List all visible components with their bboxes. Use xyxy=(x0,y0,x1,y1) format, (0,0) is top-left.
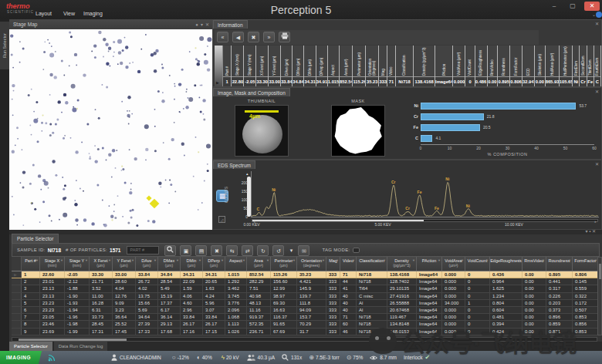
filter-icon[interactable]: ▼ xyxy=(518,258,521,262)
particle-row[interactable]: 223.01-2.1221.7128.6026.7228.5422.0920.6… xyxy=(12,278,597,285)
close-icon[interactable]: ✕ xyxy=(595,89,599,95)
filter-icon[interactable]: ▼ xyxy=(485,258,489,262)
column-header[interactable]: Area(µm²)▼ xyxy=(247,257,271,271)
spectrum-hscrollbar[interactable]: ◂ ▸ xyxy=(252,219,598,223)
close-icon[interactable]: ✕ xyxy=(592,229,596,234)
search-button[interactable] xyxy=(164,245,176,256)
particle-row[interactable]: 423.13-1.9011.0012.7613.7515.194.064.243… xyxy=(12,293,597,300)
column-header[interactable]: Y Feret(µm)▼ xyxy=(113,257,136,271)
tab-data-run-change-log[interactable]: Data Run Change log xyxy=(54,342,108,351)
column-header[interactable]: Perimeter(µm)▼ xyxy=(271,257,297,271)
vscroll-thumb[interactable] xyxy=(599,264,601,279)
refresh-button[interactable]: ↻ xyxy=(257,245,269,256)
cancel-button[interactable]: ✖ xyxy=(248,32,259,42)
tag-back-button[interactable]: ⇄ xyxy=(242,245,253,256)
stage-map-canvas[interactable] xyxy=(9,29,212,230)
nav-prev-button[interactable]: ◀ xyxy=(232,32,244,42)
close-button[interactable]: ✕ xyxy=(584,2,600,11)
spectrum-hscroll-thumb[interactable] xyxy=(252,220,424,222)
nav-first-button[interactable]: « xyxy=(217,32,228,42)
report-button[interactable]: ▤ xyxy=(195,245,207,256)
filter-icon[interactable]: ▼ xyxy=(176,258,179,262)
undo-button[interactable]: ↺ xyxy=(272,245,284,256)
filter-icon[interactable]: ▼ xyxy=(108,258,111,262)
filter-icon[interactable]: ▼ xyxy=(336,258,339,262)
stage-map-header[interactable]: Stage Map ●▾✕ xyxy=(9,19,212,29)
column-header[interactable]: Stage Y(mm)▼ xyxy=(65,257,90,271)
close-icon[interactable]: ✕ xyxy=(595,22,599,27)
close-icon[interactable]: ✕ xyxy=(205,22,209,27)
column-header[interactable]: DMin(µm)▼ xyxy=(181,257,203,271)
information-tab[interactable]: Information xyxy=(213,20,248,29)
run-selector-tab[interactable]: Run Selector xyxy=(0,22,9,69)
column-header[interactable]: FormFactor▼ xyxy=(573,257,597,271)
selected-particle-marker[interactable] xyxy=(146,195,151,201)
hscroll-thumb[interactable] xyxy=(19,339,127,341)
minimize-button[interactable]: – xyxy=(546,2,562,11)
maximize-button[interactable]: ▢ xyxy=(565,2,580,11)
scroll-right-icon[interactable]: ▸ xyxy=(594,219,597,224)
column-header[interactable]: EdgeRoughness▼ xyxy=(490,257,523,271)
filter-icon[interactable]: ▼ xyxy=(438,258,441,262)
filter-icon[interactable]: ▼ xyxy=(198,258,201,262)
pin-icon[interactable]: ▪ xyxy=(589,229,590,234)
pin-icon[interactable]: ▾ xyxy=(201,22,203,27)
dropdown-button[interactable]: ▾ xyxy=(288,245,294,256)
tab-particle-selector[interactable]: Particle Selector xyxy=(9,342,52,351)
print-button[interactable] xyxy=(279,32,290,42)
column-header[interactable]: Video▼ xyxy=(340,257,357,271)
float-icon[interactable]: ▾ xyxy=(585,229,587,234)
column-header[interactable]: RmsVideo▼ xyxy=(523,257,546,271)
filter-icon[interactable]: ▼ xyxy=(461,258,464,262)
particle-selector-tab[interactable]: Particle Selector xyxy=(12,234,59,243)
column-header[interactable]: Density(pg/µm^3)▼ xyxy=(387,257,417,271)
particle-row[interactable]: 623.23-1.946.313.235.696.172.963.072.096… xyxy=(12,307,597,314)
tag-forward-button[interactable]: ⇆ xyxy=(226,245,238,256)
filter-icon[interactable]: ▼ xyxy=(322,258,325,262)
save-button[interactable]: ▣ xyxy=(180,245,191,256)
filter-icon[interactable]: ▼ xyxy=(568,258,571,262)
filter-icon[interactable]: ▼ xyxy=(60,258,63,262)
image-mask-composition-tab[interactable]: Image, Mask and Composition xyxy=(213,88,290,96)
column-header[interactable]: Mag▼ xyxy=(326,257,340,271)
filter-icon[interactable]: ▼ xyxy=(412,258,415,262)
particle-row[interactable]: 523.23-1.9316.289.0915.6617.374.605.963.… xyxy=(12,300,597,307)
nav-last-button[interactable]: » xyxy=(263,32,275,42)
filter-icon[interactable]: ▼ xyxy=(131,258,134,262)
filter-icon[interactable]: ▼ xyxy=(266,258,269,262)
column-header[interactable]: DPerp(µm)▼ xyxy=(203,257,225,271)
filter-icon[interactable]: ▼ xyxy=(85,258,88,262)
column-header[interactable]: Orientation(degrees)▼ xyxy=(297,257,326,271)
filter-icon[interactable]: ▼ xyxy=(293,258,296,262)
thumbnail-image[interactable]: 4µm xyxy=(235,105,289,157)
column-header[interactable]: VoidCount▼ xyxy=(465,257,490,271)
column-header[interactable]: Aspect▼ xyxy=(225,257,247,271)
selected-particle-marker[interactable] xyxy=(150,199,160,209)
column-header[interactable]: Roundness▼ xyxy=(546,257,573,271)
filter-icon[interactable]: ▼ xyxy=(242,258,245,262)
comment-button[interactable]: ✉ xyxy=(298,245,309,256)
filter-icon[interactable]: ▼ xyxy=(383,258,386,262)
float-icon[interactable]: ● xyxy=(195,22,198,27)
rss-status-icon[interactable] xyxy=(48,354,56,362)
filter-icon[interactable]: ▼ xyxy=(36,258,39,262)
particle-row[interactable]: 723.05-1.9633.7336.6434.6436.1433.8433.8… xyxy=(12,314,597,321)
column-header[interactable]: DAve(µm)▼ xyxy=(136,257,158,271)
column-header[interactable]: Stage X(mm)▼ xyxy=(40,257,65,271)
tag-mode-toggle[interactable] xyxy=(353,248,360,253)
filter-icon[interactable]: ▼ xyxy=(542,258,545,262)
column-header[interactable]: VoidArea(µm²)▼ xyxy=(442,257,465,271)
filter-icon[interactable]: ▼ xyxy=(352,258,355,262)
filter-icon[interactable]: ▼ xyxy=(221,258,224,262)
part-number-input[interactable] xyxy=(127,246,159,254)
column-header[interactable]: Part #▼ xyxy=(22,257,40,271)
column-header[interactable]: Classification▼ xyxy=(357,257,387,271)
clear-button[interactable]: ✖ xyxy=(211,245,222,256)
column-header[interactable]: X Feret(µm)▼ xyxy=(90,257,113,271)
mask-image[interactable] xyxy=(331,105,385,157)
column-header[interactable]: PAction▼ xyxy=(417,257,442,271)
particle-row[interactable]: ▶122.60-2.0533.3033.0033.8434.8434.3134.… xyxy=(12,271,597,278)
help-icon[interactable] xyxy=(596,12,602,18)
column-header[interactable]: DMax(µm)▼ xyxy=(158,257,181,271)
particle-row[interactable]: 323.13-1.883.524.044.025.491.591.633.462… xyxy=(12,285,597,292)
